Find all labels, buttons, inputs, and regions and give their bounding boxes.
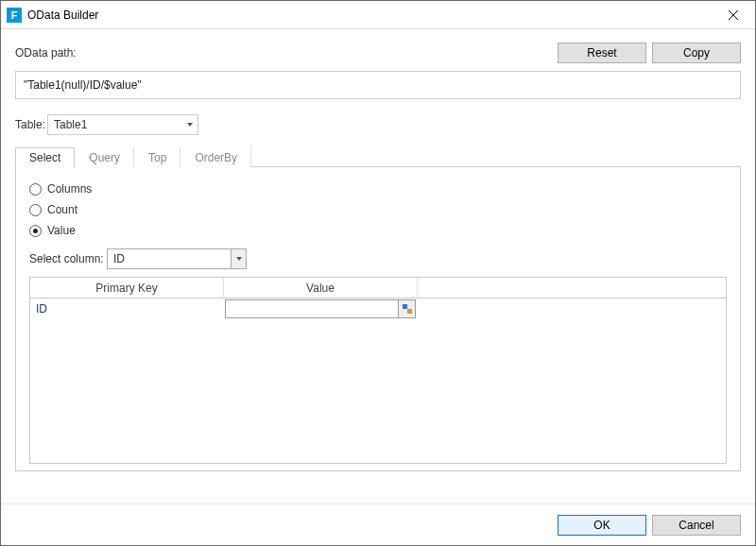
close-button[interactable]: [712, 1, 755, 29]
ok-button[interactable]: OK: [558, 515, 646, 536]
radio-value-label: Value: [47, 224, 76, 237]
expression-icon: [402, 303, 413, 315]
reset-button[interactable]: Reset: [558, 43, 646, 63]
radio-icon: [29, 183, 42, 196]
select-column-dropdown[interactable]: ID: [107, 248, 247, 269]
column-header-primary-key[interactable]: Primary Key: [30, 278, 224, 299]
radio-columns-label: Columns: [47, 182, 92, 196]
radio-icon: [29, 225, 42, 237]
select-column-label: Select column:: [29, 252, 107, 265]
column-header-spacer: [418, 278, 726, 299]
odata-path-value: "Table1(null)/ID/$value": [24, 78, 142, 92]
data-grid: Primary Key Value ID: [29, 277, 727, 464]
odata-path-input[interactable]: "Table1(null)/ID/$value": [15, 71, 741, 99]
column-header-value[interactable]: Value: [224, 278, 418, 299]
table-dropdown-value: Table1: [54, 118, 87, 131]
tab-orderby[interactable]: OrderBy: [180, 146, 251, 167]
titlebar: F OData Builder: [1, 1, 755, 29]
svg-rect-3: [403, 304, 407, 309]
radio-value[interactable]: Value: [29, 220, 727, 241]
tab-select[interactable]: Select: [15, 147, 75, 168]
grid-header: Primary Key Value: [30, 278, 726, 299]
table-dropdown[interactable]: Table1: [47, 114, 198, 135]
svg-rect-4: [407, 309, 412, 314]
copy-button[interactable]: Copy: [652, 43, 741, 63]
cell-value: [224, 299, 418, 319]
chevron-down-icon: [231, 249, 246, 268]
select-column-value: ID: [113, 252, 125, 265]
close-icon: [729, 10, 738, 20]
tabbar: Select Query Top OrderBy: [15, 146, 741, 167]
cancel-button[interactable]: Cancel: [652, 515, 741, 536]
browse-button[interactable]: [398, 300, 415, 317]
dialog-footer: OK Cancel: [1, 503, 755, 545]
window-title: OData Builder: [27, 9, 98, 22]
radio-icon: [29, 204, 42, 216]
value-input[interactable]: [226, 300, 398, 317]
radio-columns[interactable]: Columns: [29, 179, 727, 199]
radio-count[interactable]: Count: [29, 199, 727, 220]
chevron-down-icon: [187, 123, 193, 127]
radio-count-label: Count: [47, 203, 77, 216]
table-label: Table:: [15, 118, 47, 131]
odata-path-label: OData path:: [15, 46, 552, 60]
value-editor: [225, 299, 416, 318]
table-row: ID: [30, 299, 726, 319]
app-icon: F: [7, 8, 22, 23]
tab-query[interactable]: Query: [75, 146, 134, 167]
tabpanel-select: Columns Count Value Select column: ID Pr…: [15, 167, 741, 471]
tab-top[interactable]: Top: [134, 146, 180, 167]
cell-primary-key[interactable]: ID: [30, 299, 224, 319]
